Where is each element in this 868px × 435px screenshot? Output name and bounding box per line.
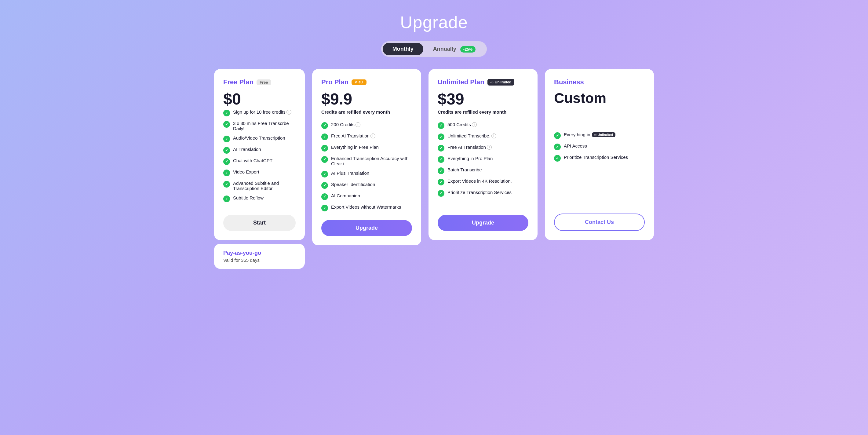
info-icon[interactable]: i bbox=[355, 122, 361, 127]
payg-subtitle: Valid for 365 days bbox=[223, 257, 296, 263]
check-icon: ✓ bbox=[554, 132, 561, 139]
unlimited-price: $39 bbox=[438, 91, 528, 107]
feature-item: ✓ Everything in Free Plan bbox=[321, 145, 412, 152]
payg-section: Pay-as-you-go Valid for 365 days bbox=[214, 244, 305, 269]
business-price: Custom bbox=[554, 91, 645, 105]
check-icon: ✓ bbox=[321, 145, 328, 152]
business-plan-header: Business bbox=[554, 78, 645, 86]
feature-item: ✓ Chat with ChatGPT bbox=[223, 158, 296, 165]
info-icon[interactable]: i bbox=[491, 133, 496, 138]
monthly-toggle-btn[interactable]: Monthly bbox=[383, 43, 423, 55]
check-icon: ✓ bbox=[321, 193, 328, 200]
feature-item: ✓ Prioritize Transcription Services bbox=[438, 190, 528, 197]
feature-item: ✓ Free AI Translation i bbox=[438, 145, 528, 152]
check-icon: ✓ bbox=[438, 122, 444, 129]
unlimited-plan-card: Unlimited Plan ∞ Unlimited $39 Credits a… bbox=[429, 69, 537, 240]
check-icon: ✓ bbox=[223, 121, 230, 128]
business-plan-name: Business bbox=[554, 78, 584, 86]
check-icon: ✓ bbox=[223, 195, 230, 202]
check-icon: ✓ bbox=[321, 182, 328, 189]
check-icon: ✓ bbox=[223, 136, 230, 142]
feature-item: ✓ AI Plus Translation bbox=[321, 170, 412, 178]
check-icon: ✓ bbox=[321, 205, 328, 211]
check-icon: ✓ bbox=[223, 158, 230, 165]
check-icon: ✓ bbox=[321, 171, 328, 178]
pricing-cards: Free Plan Free $0 ✓ Sign up for 10 free … bbox=[214, 69, 654, 269]
check-icon: ✓ bbox=[438, 190, 444, 197]
check-icon: ✓ bbox=[554, 144, 561, 150]
info-icon[interactable]: i bbox=[286, 110, 291, 115]
feature-item: ✓ Advanced Subtitle and Transcription Ed… bbox=[223, 181, 296, 191]
free-badge: Free bbox=[256, 80, 271, 85]
feature-item: ✓ 200 Credits i bbox=[321, 122, 412, 129]
feature-item: ✓ Speaker Identification bbox=[321, 182, 412, 189]
check-icon: ✓ bbox=[321, 122, 328, 129]
feature-item: ✓ 3 x 30 mins Free Transcrbe Daily! bbox=[223, 121, 296, 131]
feature-item: ✓ Everything in Pro Plan bbox=[438, 156, 528, 163]
check-icon: ✓ bbox=[438, 156, 444, 163]
feature-item: ✓ Audio/Video Transcription bbox=[223, 135, 296, 142]
billing-toggle: Monthly Annually -25% bbox=[381, 41, 487, 57]
free-plan-name: Free Plan bbox=[223, 78, 253, 86]
free-price: $0 bbox=[223, 91, 296, 107]
feature-item: ✓ Unlimited Transcribe. i bbox=[438, 133, 528, 140]
unlimited-price-sub: Credits are refilled every month bbox=[438, 110, 528, 115]
page-title: Upgrade bbox=[400, 12, 468, 32]
start-button[interactable]: Start bbox=[223, 215, 296, 231]
contact-us-button[interactable]: Contact Us bbox=[554, 214, 645, 231]
feature-item: ✓ Export Videos in 4K Resolution. bbox=[438, 178, 528, 185]
unlimited-features-list: ✓ 500 Credits i ✓ Unlimited Transcribe. … bbox=[438, 122, 528, 206]
info-icon[interactable]: i bbox=[370, 133, 375, 138]
check-icon: ✓ bbox=[223, 169, 230, 176]
free-plan-card: Free Plan Free $0 ✓ Sign up for 10 free … bbox=[214, 69, 305, 240]
feature-item: ✓ AI Companion bbox=[321, 193, 412, 200]
check-icon: ✓ bbox=[438, 145, 444, 152]
check-icon: ✓ bbox=[223, 147, 230, 154]
feature-item: ✓ Prioritize Transcription Services bbox=[554, 155, 645, 162]
feature-item: ✓ AI Translation bbox=[223, 147, 296, 154]
unlimited-plan-header: Unlimited Plan ∞ Unlimited bbox=[438, 78, 528, 86]
unlimited-plan-name: Unlimited Plan bbox=[438, 78, 485, 86]
feature-item: ✓ Free AI Translation i bbox=[321, 133, 412, 140]
check-icon: ✓ bbox=[321, 156, 328, 163]
feature-item: ✓ Export Videos without Watermarks bbox=[321, 205, 412, 211]
unlimited-badge: ∞ Unlimited bbox=[488, 79, 515, 86]
free-plan-wrapper: Free Plan Free $0 ✓ Sign up for 10 free … bbox=[214, 69, 305, 269]
unlimited-upgrade-button[interactable]: Upgrade bbox=[438, 215, 528, 231]
check-icon: ✓ bbox=[438, 133, 444, 140]
annually-toggle-btn[interactable]: Annually -25% bbox=[423, 43, 485, 55]
feature-item: ✓ Enhanced Transcription Accuracy with C… bbox=[321, 156, 412, 166]
feature-item: ✓ Sign up for 10 free credits i bbox=[223, 110, 296, 116]
pro-badge: PRO bbox=[351, 80, 367, 85]
pro-plan-card: Pro Plan PRO $9.9 Credits are refilled e… bbox=[312, 69, 421, 245]
feature-item: ✓ Everything in ∞ Unlimited bbox=[554, 132, 645, 139]
discount-badge: -25% bbox=[460, 46, 475, 53]
unlimited-inline-badge: ∞ Unlimited bbox=[592, 132, 615, 137]
info-icon[interactable]: i bbox=[472, 122, 477, 127]
pro-upgrade-button[interactable]: Upgrade bbox=[321, 220, 412, 236]
pro-price: $9.9 bbox=[321, 91, 412, 107]
infinity-icon: ∞ bbox=[491, 80, 494, 85]
feature-item: ✓ API Access bbox=[554, 143, 645, 150]
pro-plan-name: Pro Plan bbox=[321, 78, 348, 86]
free-plan-header: Free Plan Free bbox=[223, 78, 296, 86]
feature-item: ✓ 500 Credits i bbox=[438, 122, 528, 129]
free-features-list: ✓ Sign up for 10 free credits i ✓ 3 x 30… bbox=[223, 110, 296, 206]
pro-features-list: ✓ 200 Credits i ✓ Free AI Translation i … bbox=[321, 122, 412, 211]
pro-price-sub: Credits are refilled every month bbox=[321, 110, 412, 115]
info-icon[interactable]: i bbox=[487, 145, 492, 150]
feature-item: ✓ Video Export bbox=[223, 169, 296, 176]
check-icon: ✓ bbox=[554, 155, 561, 162]
check-icon: ✓ bbox=[438, 179, 444, 185]
check-icon: ✓ bbox=[223, 181, 230, 188]
check-icon: ✓ bbox=[438, 167, 444, 174]
check-icon: ✓ bbox=[223, 110, 230, 116]
pro-plan-header: Pro Plan PRO bbox=[321, 78, 412, 86]
business-plan-card: Business Custom ✓ Everything in ∞ Unlimi… bbox=[545, 69, 654, 240]
feature-item: ✓ Batch Transcribe bbox=[438, 167, 528, 174]
payg-title: Pay-as-you-go bbox=[223, 250, 296, 256]
business-features-list: ✓ Everything in ∞ Unlimited ✓ API Access… bbox=[554, 132, 645, 205]
feature-item: ✓ Subtitle Reflow bbox=[223, 195, 296, 202]
check-icon: ✓ bbox=[321, 133, 328, 140]
